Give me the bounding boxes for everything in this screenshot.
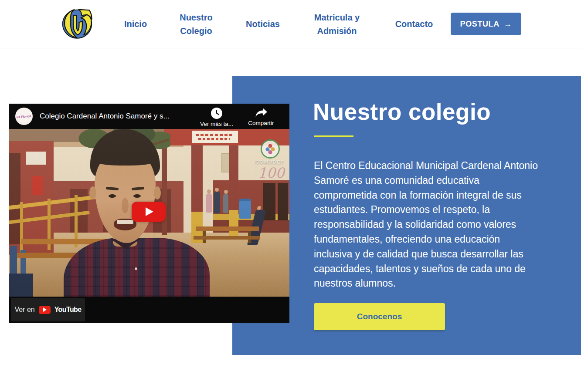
conocenos-button[interactable]: Conocenos xyxy=(314,303,445,330)
man-ear xyxy=(154,186,161,199)
clock-icon xyxy=(211,107,223,119)
fire-extinguisher xyxy=(32,176,43,195)
video-title-bar: La Florida Colegio Cardenal Antonio Samo… xyxy=(9,104,289,129)
watch-on-prefix: Ver en xyxy=(14,306,34,314)
sign-text-line xyxy=(196,134,234,136)
watermark-100: 100 xyxy=(251,165,289,181)
man-nose-shadow xyxy=(122,198,129,213)
man-teeth xyxy=(117,220,133,224)
pillar-yellow-base xyxy=(229,210,238,238)
comudef-watermark: COMUDEF xyxy=(248,159,289,165)
blue-trash-bin xyxy=(239,199,251,219)
person-silhouette xyxy=(206,193,212,213)
nav-item-nuestro-colegio[interactable]: Nuestro Colegio xyxy=(170,0,222,48)
nav-item-contacto[interactable]: Contacto xyxy=(388,0,440,48)
left-dark-door xyxy=(9,153,20,244)
about-text: El Centro Educacional Municipal Cardenal… xyxy=(314,159,539,291)
share-button[interactable]: Compartir xyxy=(233,107,289,126)
nav-item-matricula-admision[interactable]: Matricula y Admisión xyxy=(304,0,370,48)
man-ear xyxy=(89,186,96,199)
picnic-bench xyxy=(194,236,260,240)
nav-item-inicio[interactable]: Inicio xyxy=(109,0,162,48)
youtube-play-button[interactable] xyxy=(132,202,166,222)
railing-post xyxy=(20,202,23,252)
nav-item-noticias[interactable]: Noticias xyxy=(237,0,289,48)
channel-avatar[interactable]: La Florida xyxy=(15,108,33,125)
man-eye xyxy=(109,194,116,198)
sign-text-line xyxy=(198,138,230,140)
video-bottom-bar: Ver en YouTube xyxy=(9,297,289,323)
la-florida-watermark-icon xyxy=(261,139,280,159)
channel-avatar-text: La Florida xyxy=(17,114,31,118)
title-underline xyxy=(314,135,353,137)
postula-label: POSTULA xyxy=(460,20,499,29)
picnic-table xyxy=(196,226,259,231)
school-logo[interactable] xyxy=(61,6,93,40)
postula-button[interactable]: POSTULA → xyxy=(451,13,521,35)
video-title-link[interactable]: Colegio Cardenal Antonio Samoré y s... xyxy=(40,112,170,121)
person-silhouette xyxy=(223,194,228,213)
school-logo-icon xyxy=(61,6,93,40)
share-arrow-icon xyxy=(254,107,268,118)
shadow-corner xyxy=(9,274,33,297)
wall-sign xyxy=(26,152,46,165)
man-eye xyxy=(133,194,141,198)
youtube-logo-icon xyxy=(39,306,51,314)
person-silhouette xyxy=(214,192,220,213)
share-label: Compartir xyxy=(248,120,274,126)
watch-on-youtube-button[interactable]: Ver en YouTube xyxy=(11,298,85,321)
arrow-right-icon: → xyxy=(504,20,512,29)
youtube-video-embed[interactable]: COMUDEF 100 La Florida Colegio Cardenal … xyxy=(9,104,289,323)
watch-later-label: Ver más ta... xyxy=(200,121,233,127)
site-header: Inicio Nuestro Colegio Noticias Matricul… xyxy=(0,0,581,48)
youtube-wordmark: YouTube xyxy=(54,306,82,314)
banner-sign xyxy=(192,131,238,143)
shirt-button xyxy=(135,267,137,270)
doorway xyxy=(278,183,288,220)
section-title: Nuestro colegio xyxy=(313,98,491,125)
play-icon xyxy=(146,207,153,216)
